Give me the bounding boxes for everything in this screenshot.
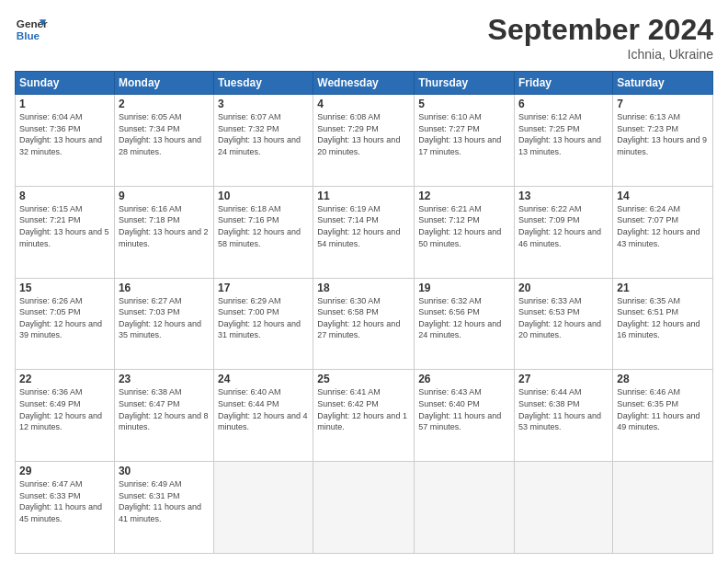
calendar-cell: 12Sunrise: 6:21 AMSunset: 7:12 PMDayligh…	[415, 186, 515, 278]
day-number: 22	[19, 373, 110, 385]
day-info: Sunrise: 6:35 AMSunset: 6:51 PMDaylight:…	[617, 295, 709, 341]
day-info: Sunrise: 6:10 AMSunset: 7:27 PMDaylight:…	[418, 111, 510, 157]
day-info: Sunrise: 6:30 AMSunset: 6:58 PMDaylight:…	[317, 295, 410, 341]
weekday-saturday: Saturday	[613, 72, 713, 95]
day-info: Sunrise: 6:29 AMSunset: 7:00 PMDaylight:…	[218, 295, 309, 341]
day-info: Sunrise: 6:41 AMSunset: 6:42 PMDaylight:…	[317, 386, 410, 432]
week-row-1: 1Sunrise: 6:04 AMSunset: 7:36 PMDaylight…	[16, 95, 713, 187]
week-row-4: 22Sunrise: 6:36 AMSunset: 6:49 PMDayligh…	[16, 370, 713, 462]
weekday-wednesday: Wednesday	[313, 72, 415, 95]
day-number: 2	[119, 98, 210, 110]
day-number: 7	[617, 98, 709, 110]
calendar-cell: 18Sunrise: 6:30 AMSunset: 6:58 PMDayligh…	[313, 278, 415, 370]
day-info: Sunrise: 6:15 AMSunset: 7:21 PMDaylight:…	[19, 203, 110, 249]
weekday-monday: Monday	[114, 72, 213, 95]
header: General Blue September 2024 Ichnia, Ukra…	[15, 13, 713, 62]
weekday-thursday: Thursday	[415, 72, 515, 95]
calendar-cell: 26Sunrise: 6:43 AMSunset: 6:40 PMDayligh…	[415, 370, 515, 462]
calendar-cell: 25Sunrise: 6:41 AMSunset: 6:42 PMDayligh…	[313, 370, 415, 462]
day-info: Sunrise: 6:44 AMSunset: 6:38 PMDaylight:…	[518, 386, 609, 432]
calendar-cell: 20Sunrise: 6:33 AMSunset: 6:53 PMDayligh…	[515, 278, 613, 370]
calendar-cell: 17Sunrise: 6:29 AMSunset: 7:00 PMDayligh…	[214, 278, 313, 370]
svg-text:Blue: Blue	[17, 29, 40, 41]
day-info: Sunrise: 6:36 AMSunset: 6:49 PMDaylight:…	[19, 386, 110, 432]
weekday-tuesday: Tuesday	[214, 72, 313, 95]
location: Ichnia, Ukraine	[488, 47, 713, 62]
day-info: Sunrise: 6:04 AMSunset: 7:36 PMDaylight:…	[19, 111, 110, 157]
calendar-cell: 13Sunrise: 6:22 AMSunset: 7:09 PMDayligh…	[515, 186, 613, 278]
logo-icon: General Blue	[15, 13, 48, 46]
day-info: Sunrise: 6:05 AMSunset: 7:34 PMDaylight:…	[119, 111, 210, 157]
calendar-cell: 16Sunrise: 6:27 AMSunset: 7:03 PMDayligh…	[114, 278, 213, 370]
day-number: 25	[317, 373, 410, 385]
day-number: 9	[119, 190, 210, 202]
calendar-cell: 21Sunrise: 6:35 AMSunset: 6:51 PMDayligh…	[613, 278, 713, 370]
week-row-3: 15Sunrise: 6:26 AMSunset: 7:05 PMDayligh…	[16, 278, 713, 370]
day-info: Sunrise: 6:18 AMSunset: 7:16 PMDaylight:…	[218, 203, 309, 249]
calendar-cell	[613, 462, 713, 554]
calendar-cell: 30Sunrise: 6:49 AMSunset: 6:31 PMDayligh…	[114, 462, 213, 554]
calendar-cell	[415, 462, 515, 554]
day-number: 18	[317, 282, 410, 294]
day-number: 24	[218, 373, 309, 385]
calendar-cell: 11Sunrise: 6:19 AMSunset: 7:14 PMDayligh…	[313, 186, 415, 278]
day-number: 19	[418, 282, 510, 294]
calendar-cell: 8Sunrise: 6:15 AMSunset: 7:21 PMDaylight…	[16, 186, 115, 278]
day-number: 11	[317, 190, 410, 202]
calendar-cell: 7Sunrise: 6:13 AMSunset: 7:23 PMDaylight…	[613, 95, 713, 187]
calendar-cell: 29Sunrise: 6:47 AMSunset: 6:33 PMDayligh…	[16, 462, 115, 554]
calendar-cell	[515, 462, 613, 554]
calendar-cell: 27Sunrise: 6:44 AMSunset: 6:38 PMDayligh…	[515, 370, 613, 462]
day-number: 21	[617, 282, 709, 294]
day-number: 23	[119, 373, 210, 385]
calendar-cell: 1Sunrise: 6:04 AMSunset: 7:36 PMDaylight…	[16, 95, 115, 187]
day-number: 14	[617, 190, 709, 202]
day-number: 13	[518, 190, 609, 202]
day-info: Sunrise: 6:22 AMSunset: 7:09 PMDaylight:…	[518, 203, 609, 249]
calendar-cell	[313, 462, 415, 554]
day-info: Sunrise: 6:40 AMSunset: 6:44 PMDaylight:…	[218, 386, 309, 432]
calendar-cell	[214, 462, 313, 554]
calendar-cell: 22Sunrise: 6:36 AMSunset: 6:49 PMDayligh…	[16, 370, 115, 462]
day-number: 15	[19, 282, 110, 294]
calendar-cell: 2Sunrise: 6:05 AMSunset: 7:34 PMDaylight…	[114, 95, 213, 187]
day-info: Sunrise: 6:47 AMSunset: 6:33 PMDaylight:…	[19, 478, 110, 524]
calendar-cell: 9Sunrise: 6:16 AMSunset: 7:18 PMDaylight…	[114, 186, 213, 278]
day-info: Sunrise: 6:27 AMSunset: 7:03 PMDaylight:…	[119, 295, 210, 341]
week-row-5: 29Sunrise: 6:47 AMSunset: 6:33 PMDayligh…	[16, 462, 713, 554]
day-info: Sunrise: 6:46 AMSunset: 6:35 PMDaylight:…	[617, 386, 709, 432]
calendar-cell: 15Sunrise: 6:26 AMSunset: 7:05 PMDayligh…	[16, 278, 115, 370]
day-info: Sunrise: 6:26 AMSunset: 7:05 PMDaylight:…	[19, 295, 110, 341]
calendar-cell: 5Sunrise: 6:10 AMSunset: 7:27 PMDaylight…	[415, 95, 515, 187]
day-number: 17	[218, 282, 309, 294]
calendar-cell: 3Sunrise: 6:07 AMSunset: 7:32 PMDaylight…	[214, 95, 313, 187]
calendar-table: SundayMondayTuesdayWednesdayThursdayFrid…	[15, 71, 713, 554]
calendar-cell: 23Sunrise: 6:38 AMSunset: 6:47 PMDayligh…	[114, 370, 213, 462]
day-number: 28	[617, 373, 709, 385]
day-number: 5	[418, 98, 510, 110]
day-number: 26	[418, 373, 510, 385]
day-info: Sunrise: 6:08 AMSunset: 7:29 PMDaylight:…	[317, 111, 410, 157]
calendar-cell: 4Sunrise: 6:08 AMSunset: 7:29 PMDaylight…	[313, 95, 415, 187]
title-block: September 2024 Ichnia, Ukraine	[488, 13, 713, 62]
week-row-2: 8Sunrise: 6:15 AMSunset: 7:21 PMDaylight…	[16, 186, 713, 278]
calendar-cell: 19Sunrise: 6:32 AMSunset: 6:56 PMDayligh…	[415, 278, 515, 370]
day-info: Sunrise: 6:24 AMSunset: 7:07 PMDaylight:…	[617, 203, 709, 249]
day-number: 1	[19, 98, 110, 110]
day-info: Sunrise: 6:12 AMSunset: 7:25 PMDaylight:…	[518, 111, 609, 157]
day-info: Sunrise: 6:32 AMSunset: 6:56 PMDaylight:…	[418, 295, 510, 341]
weekday-header-row: SundayMondayTuesdayWednesdayThursdayFrid…	[16, 72, 713, 95]
calendar-cell: 6Sunrise: 6:12 AMSunset: 7:25 PMDaylight…	[515, 95, 613, 187]
month-title: September 2024	[488, 13, 713, 47]
day-number: 3	[218, 98, 309, 110]
logo: General Blue	[15, 13, 48, 46]
day-number: 16	[119, 282, 210, 294]
day-info: Sunrise: 6:13 AMSunset: 7:23 PMDaylight:…	[617, 111, 709, 157]
day-number: 10	[218, 190, 309, 202]
day-info: Sunrise: 6:38 AMSunset: 6:47 PMDaylight:…	[119, 386, 210, 432]
day-number: 4	[317, 98, 410, 110]
day-number: 27	[518, 373, 609, 385]
weekday-sunday: Sunday	[16, 72, 115, 95]
day-info: Sunrise: 6:43 AMSunset: 6:40 PMDaylight:…	[418, 386, 510, 432]
day-info: Sunrise: 6:49 AMSunset: 6:31 PMDaylight:…	[119, 478, 210, 524]
